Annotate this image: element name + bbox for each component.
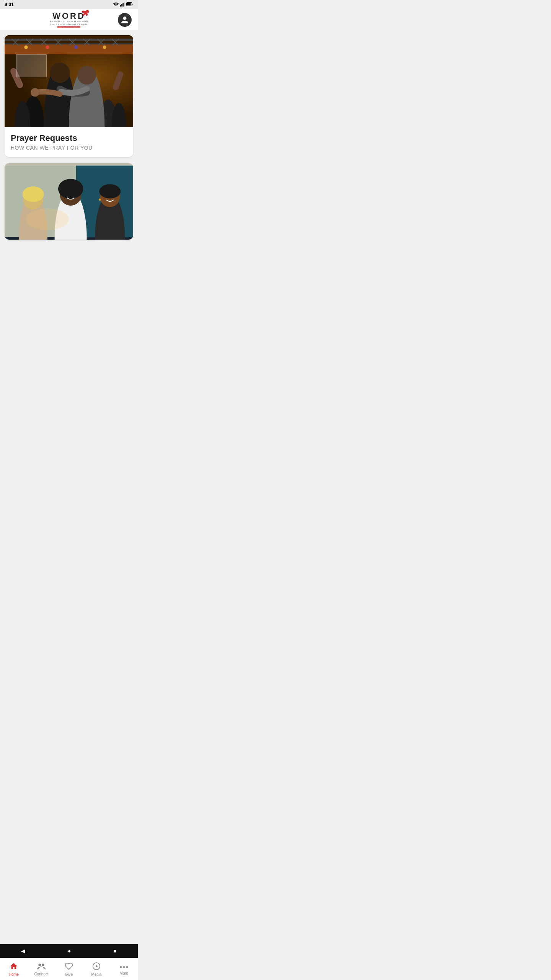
- svg-point-51: [99, 199, 101, 201]
- logo-subtitle: REVIVAL OUTREACH MISSION THE EMPOWERMENT…: [50, 20, 88, 26]
- battery-icon: [126, 2, 133, 7]
- connect-svg: [5, 163, 133, 240]
- connect-card[interactable]: [5, 163, 133, 240]
- status-bar: 9:31: [0, 0, 138, 9]
- svg-point-28: [103, 46, 106, 49]
- prayer-card-title: Prayer Requests: [11, 133, 127, 143]
- wifi-icon: [113, 2, 119, 7]
- svg-point-36: [50, 63, 70, 83]
- signal-icon: [120, 2, 125, 7]
- connect-image: [5, 163, 133, 240]
- svg-rect-6: [127, 3, 131, 6]
- svg-point-0: [116, 5, 117, 7]
- user-avatar[interactable]: [118, 13, 132, 27]
- status-icons: [113, 2, 133, 7]
- prayer-card-body: Prayer Requests HOW CAN WE PRAY FOR YOU: [5, 127, 133, 157]
- svg-point-50: [99, 184, 121, 198]
- stage-screen: [16, 54, 47, 77]
- app-header: WORD REVIVAL OUTREACH MISSION THE EMPOWE…: [0, 9, 138, 31]
- svg-rect-34: [112, 70, 124, 91]
- svg-point-39: [31, 88, 39, 96]
- logo-bar: [57, 26, 80, 28]
- svg-rect-3: [122, 3, 124, 7]
- status-time: 9:31: [5, 2, 14, 7]
- svg-point-27: [74, 46, 78, 49]
- svg-point-38: [77, 66, 96, 85]
- svg-point-47: [58, 179, 83, 199]
- dove-icon: [82, 10, 89, 18]
- app-logo: WORD REVIVAL OUTREACH MISSION THE EMPOWE…: [50, 12, 88, 27]
- prayer-card-subtitle: HOW CAN WE PRAY FOR YOU: [11, 145, 127, 151]
- main-content: Prayer Requests HOW CAN WE PRAY FOR YOU: [0, 31, 138, 273]
- svg-rect-2: [121, 4, 122, 7]
- logo-word: WORD: [52, 11, 85, 21]
- svg-point-44: [23, 186, 44, 202]
- svg-point-52: [26, 209, 69, 230]
- svg-rect-1: [120, 5, 121, 7]
- prayer-requests-card[interactable]: Prayer Requests HOW CAN WE PRAY FOR YOU: [5, 35, 133, 157]
- svg-point-25: [24, 46, 28, 49]
- svg-rect-4: [124, 2, 125, 7]
- prayer-image: [5, 35, 133, 127]
- svg-point-26: [46, 46, 49, 49]
